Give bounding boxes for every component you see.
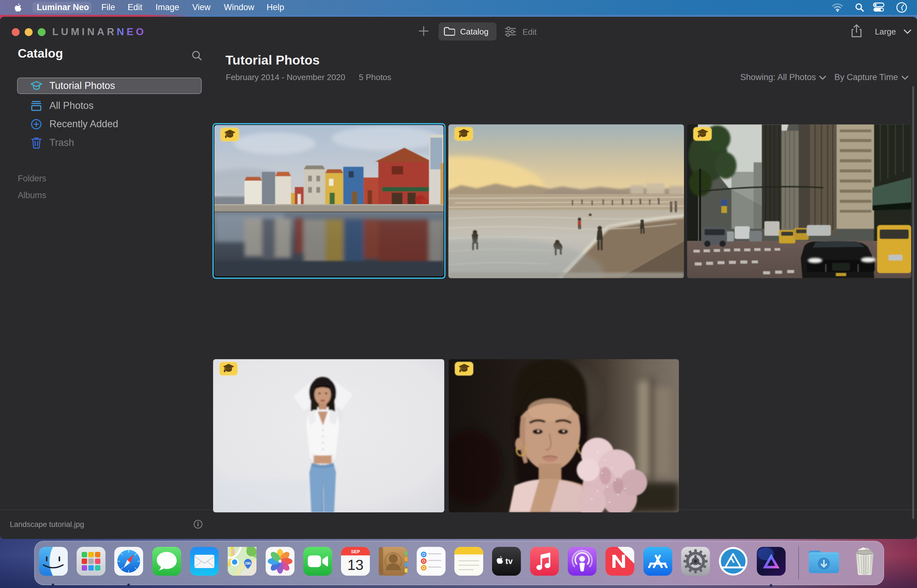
svg-text:280: 280: [245, 561, 251, 565]
svg-text:SEP: SEP: [351, 549, 360, 554]
svg-text:tv: tv: [505, 556, 513, 566]
svg-text:13: 13: [347, 557, 364, 573]
